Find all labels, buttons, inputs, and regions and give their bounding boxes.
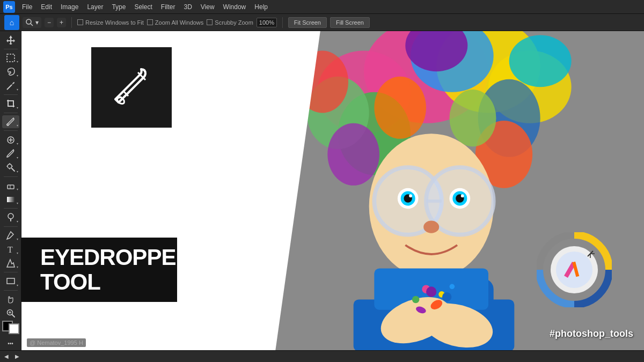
scrubby-zoom-checkbox[interactable] <box>207 19 213 25</box>
svg-point-59 <box>423 221 439 233</box>
crop-tool[interactable]: ▾ <box>2 97 19 110</box>
zoom-in-icon: + <box>60 19 63 26</box>
svg-point-0 <box>26 19 31 24</box>
photo-area: #photoshop_tools <box>270 31 644 350</box>
svg-rect-18 <box>7 197 14 202</box>
fit-screen-button[interactable]: Fit Screen <box>288 17 327 28</box>
svg-point-40 <box>327 123 379 186</box>
svg-point-69 <box>442 292 451 301</box>
gradient-tool[interactable]: ▾ <box>2 193 19 206</box>
svg-point-64 <box>412 296 420 304</box>
svg-rect-22 <box>7 278 14 284</box>
zoom-chevron: ▾ <box>35 19 39 26</box>
magic-wand-tool[interactable]: ▾ <box>2 79 19 92</box>
svg-point-43 <box>450 90 496 146</box>
svg-point-19 <box>8 213 13 219</box>
svg-point-58 <box>461 194 464 197</box>
svg-rect-16 <box>8 185 14 189</box>
move-tool[interactable] <box>2 33 19 47</box>
eyedropper-icon <box>110 65 153 110</box>
rectangle-tool[interactable]: ▾ <box>2 275 19 288</box>
menu-file[interactable]: File <box>18 2 36 12</box>
svg-rect-3 <box>7 54 14 62</box>
menu-help[interactable]: Help <box>251 2 272 12</box>
eyedropper-tool[interactable]: ▾ <box>2 115 19 129</box>
menu-image[interactable]: Image <box>57 2 82 12</box>
separator7 <box>4 226 18 227</box>
lasso-tool[interactable]: ▾ <box>2 65 19 78</box>
svg-point-57 <box>409 194 412 197</box>
zoom-all-windows-group: Zoom All Windows <box>147 19 203 26</box>
separator6 <box>4 208 18 209</box>
zoom-all-windows-label: Zoom All Windows <box>155 19 203 26</box>
brush-tool[interactable]: ▾ <box>2 147 19 160</box>
svg-point-65 <box>450 284 455 290</box>
status-arrow-left[interactable]: ◀ <box>4 353 9 359</box>
hand-tool[interactable] <box>2 293 19 306</box>
separator9 <box>4 290 18 291</box>
separator3 <box>4 113 18 113</box>
type-tool[interactable]: T ▾ <box>2 242 19 256</box>
svg-text:T: T <box>8 245 13 254</box>
menu-type[interactable]: Type <box>108 2 129 12</box>
menu-filter[interactable]: Filter <box>157 2 179 12</box>
main-area: ▾ ▾ ▾ ▾ ▾ ▾ <box>0 31 644 350</box>
zoom-percent-input[interactable] <box>257 18 277 27</box>
options-bar: ⌂ ▾ − + Resize Windows to Fit Zoom All W… <box>0 14 644 31</box>
zoom-all-windows-checkbox[interactable] <box>147 19 153 25</box>
toolbar: ▾ ▾ ▾ ▾ ▾ ▾ <box>0 31 21 350</box>
left-white-panel: EYEDROPPER TOOL <box>21 31 320 350</box>
zoom-icon <box>25 18 34 27</box>
ps-logo: Ps <box>3 1 15 13</box>
svg-point-68 <box>426 286 436 297</box>
resize-windows-label: Resize Windows to Fit <box>85 19 144 26</box>
svg-line-1 <box>31 24 33 26</box>
svg-point-38 <box>374 77 426 139</box>
canvas-area[interactable]: EYEDROPPER TOOL <box>21 31 644 350</box>
menu-3d[interactable]: 3D <box>180 2 195 12</box>
path-selection-tool[interactable]: ▾ <box>2 256 19 270</box>
svg-point-11 <box>8 164 12 168</box>
content-display: EYEDROPPER TOOL <box>21 31 644 350</box>
scrubby-zoom-group: Scrubby Zoom <box>207 19 253 26</box>
separator2 <box>4 94 18 95</box>
healing-brush-tool[interactable]: ▾ <box>2 133 19 146</box>
menu-window[interactable]: Window <box>219 2 250 12</box>
svg-line-4 <box>7 85 12 90</box>
separator-2 <box>282 17 283 28</box>
fill-screen-button[interactable]: Fill Screen <box>330 17 370 28</box>
menu-select[interactable]: Select <box>130 2 156 12</box>
menu-layer[interactable]: Layer <box>83 2 107 12</box>
zoom-out-btn[interactable]: − <box>45 18 54 27</box>
extra-tools[interactable]: ••• <box>2 337 19 350</box>
scrubby-zoom-label: Scrubby Zoom <box>215 19 253 26</box>
resize-windows-group: Resize Windows to Fit <box>77 19 144 26</box>
zoom-controls: ▾ <box>23 17 41 28</box>
svg-marker-2 <box>6 35 15 45</box>
color-selector[interactable] <box>2 321 19 334</box>
marquee-tool[interactable]: ▾ <box>2 51 19 65</box>
svg-point-41 <box>509 35 572 87</box>
pen-tool[interactable]: ▾ <box>2 229 19 242</box>
menu-view[interactable]: View <box>197 2 218 12</box>
menu-edit[interactable]: Edit <box>37 2 56 12</box>
color-ring <box>537 232 612 307</box>
home-button[interactable]: ⌂ <box>4 15 19 30</box>
menu-bar: Ps File Edit Image Layer Type Select Fil… <box>0 0 644 14</box>
color-ring-svg <box>537 232 612 307</box>
separator8 <box>4 272 18 272</box>
separator4 <box>4 130 18 131</box>
resize-windows-checkbox[interactable] <box>77 19 83 25</box>
separator <box>4 49 18 49</box>
dodge-tool[interactable]: ▾ <box>2 211 19 224</box>
hashtag-label: #photoshop_tools <box>550 328 633 339</box>
clone-stamp-tool[interactable]: ▾ <box>2 161 19 174</box>
zoom-tool[interactable] <box>2 306 19 320</box>
status-arrow-right[interactable]: ▶ <box>15 353 19 359</box>
watermark-label: @ Nematov_1995 H <box>27 338 86 347</box>
eraser-tool[interactable]: ▾ <box>2 179 19 193</box>
zoom-in-btn[interactable]: + <box>57 18 66 27</box>
separator5 <box>4 176 18 177</box>
zoom-out-icon: − <box>47 19 51 26</box>
separator-1 <box>71 17 72 28</box>
